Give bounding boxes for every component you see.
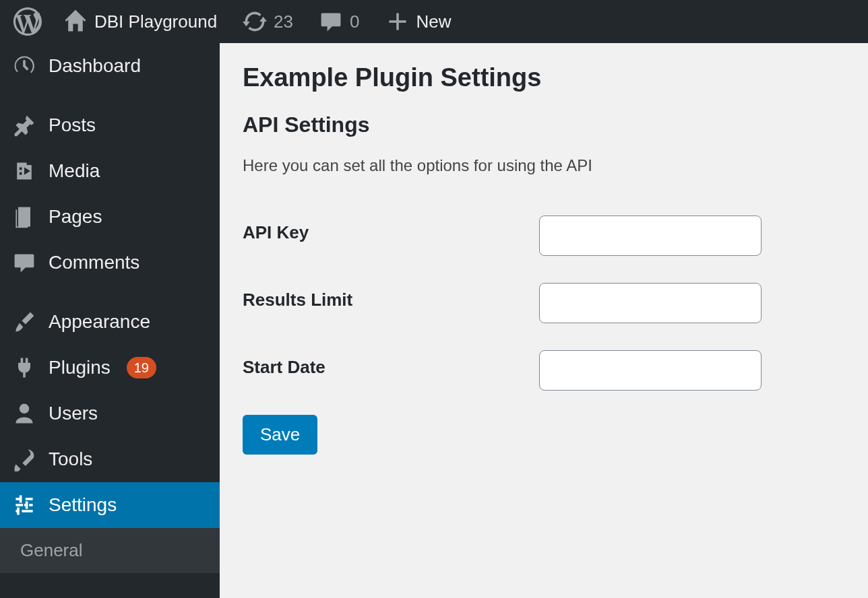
adminbar-comments-count: 0 <box>350 11 359 32</box>
sidebar-item-media[interactable]: Media <box>0 148 220 194</box>
update-icon <box>243 9 267 34</box>
label-start-date: Start Date <box>243 337 539 404</box>
admin-sidebar: Dashboard Posts Media Pages Comments App… <box>0 43 220 598</box>
save-button[interactable]: Save <box>243 415 317 455</box>
sidebar-item-dashboard[interactable]: Dashboard <box>0 43 220 89</box>
sidebar-item-comments[interactable]: Comments <box>0 240 220 286</box>
sidebar-item-plugins[interactable]: Plugins 19 <box>0 345 220 391</box>
sidebar-item-pages[interactable]: Pages <box>0 194 220 240</box>
admin-bar: DBI Playground 23 0 New <box>0 0 868 43</box>
section-title: API Settings <box>243 112 845 137</box>
sidebar-label: Comments <box>49 252 140 273</box>
adminbar-updates-count: 23 <box>274 11 293 32</box>
sidebar-label: Dashboard <box>49 55 141 77</box>
page-title: Example Plugin Settings <box>243 63 845 92</box>
adminbar-updates[interactable]: 23 <box>232 0 304 43</box>
label-results-limit: Results Limit <box>243 269 539 337</box>
submenu-item-general[interactable]: General <box>0 528 220 573</box>
pages-icon <box>12 205 36 229</box>
dashboard-icon <box>12 54 36 78</box>
brush-icon <box>12 310 36 334</box>
user-icon <box>12 401 36 426</box>
comment-icon <box>12 251 36 275</box>
sidebar-item-tools[interactable]: Tools <box>0 436 220 482</box>
adminbar-new[interactable]: New <box>375 0 462 43</box>
sidebar-label: Plugins <box>49 357 111 378</box>
sidebar-label: Pages <box>49 206 102 228</box>
sidebar-item-appearance[interactable]: Appearance <box>0 299 220 345</box>
input-api-key[interactable] <box>539 215 762 256</box>
sidebar-item-settings[interactable]: Settings <box>0 482 220 528</box>
input-start-date[interactable] <box>539 350 762 391</box>
media-icon <box>12 159 36 183</box>
sidebar-label: Appearance <box>49 311 150 333</box>
label-api-key: API Key <box>243 202 539 269</box>
settings-form-table: API Key Results Limit Start Date <box>243 202 845 404</box>
adminbar-site-name: DBI Playground <box>94 11 217 32</box>
main-content: Example Plugin Settings API Settings Her… <box>220 43 868 598</box>
sidebar-item-users[interactable]: Users <box>0 391 220 436</box>
sidebar-item-posts[interactable]: Posts <box>0 102 220 148</box>
sliders-icon <box>12 493 36 517</box>
settings-submenu: General <box>0 528 220 573</box>
input-results-limit[interactable] <box>539 283 762 323</box>
adminbar-comments[interactable]: 0 <box>308 0 370 43</box>
plugin-icon <box>12 356 36 380</box>
sidebar-label: Tools <box>49 448 92 470</box>
comment-icon <box>319 9 343 34</box>
sidebar-label: Settings <box>49 494 117 516</box>
pin-icon <box>12 113 36 137</box>
wrench-icon <box>12 447 36 471</box>
adminbar-new-label: New <box>416 11 452 32</box>
sidebar-label: Media <box>49 160 100 182</box>
sidebar-label: Posts <box>49 114 96 136</box>
wordpress-logo[interactable] <box>7 0 49 43</box>
section-description: Here you can set all the options for usi… <box>243 156 845 175</box>
plus-icon <box>385 9 410 34</box>
sidebar-label: Users <box>49 403 98 424</box>
plugins-count-badge: 19 <box>127 357 156 378</box>
home-icon <box>63 9 88 34</box>
adminbar-site-link[interactable]: DBI Playground <box>53 0 228 43</box>
